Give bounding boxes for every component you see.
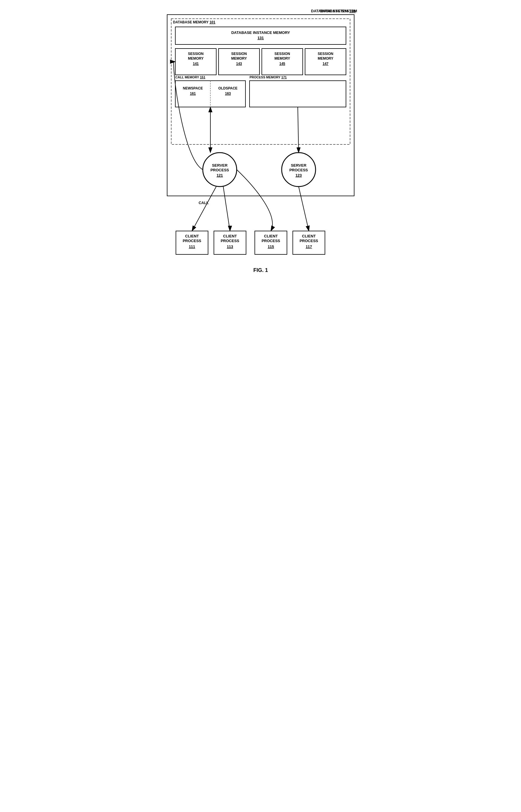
svg-text:115: 115: [268, 244, 274, 249]
svg-text:121: 121: [217, 173, 223, 177]
svg-line-50: [223, 186, 230, 231]
svg-text:PROCESS: PROCESS: [289, 168, 308, 172]
svg-text:123: 123: [295, 173, 302, 177]
svg-text:CALL MEMORY 151: CALL MEMORY 151: [175, 75, 205, 79]
svg-text:MEMORY: MEMORY: [274, 57, 290, 61]
svg-text:147: 147: [322, 62, 328, 66]
svg-text:CLIENT: CLIENT: [223, 234, 237, 238]
svg-text:143: 143: [236, 62, 242, 66]
svg-text:SESSION: SESSION: [188, 52, 203, 56]
svg-text:SESSION: SESSION: [231, 52, 247, 56]
svg-text:PROCESS: PROCESS: [221, 239, 239, 243]
svg-text:CLIENT: CLIENT: [264, 234, 278, 238]
svg-text:SESSION: SESSION: [318, 52, 333, 56]
svg-text:CLIENT: CLIENT: [302, 234, 316, 238]
svg-text:NEWSPACE: NEWSPACE: [183, 86, 203, 90]
svg-rect-36: [250, 81, 346, 107]
svg-text:PROCESS: PROCESS: [262, 239, 280, 243]
svg-text:DATABASE SYSTEM 100: DATABASE SYSTEM 100: [311, 9, 356, 13]
svg-text:131: 131: [257, 36, 264, 40]
svg-text:SERVER: SERVER: [291, 163, 307, 168]
svg-text:OLDSPACE: OLDSPACE: [218, 86, 237, 90]
svg-text:MEMORY: MEMORY: [231, 57, 247, 61]
svg-text:DATABASE INSTANCE MEMORY: DATABASE INSTANCE MEMORY: [231, 30, 290, 35]
svg-text:SESSION: SESSION: [274, 52, 290, 56]
svg-line-52: [299, 186, 309, 231]
svg-text:SERVER: SERVER: [212, 163, 228, 168]
svg-text:111: 111: [189, 244, 195, 249]
svg-text:117: 117: [305, 244, 312, 249]
svg-text:PROCESS MEMORY 171: PROCESS MEMORY 171: [250, 75, 287, 79]
svg-line-46: [298, 107, 299, 153]
svg-text:PROCESS: PROCESS: [210, 168, 229, 172]
svg-text:FIG. 1: FIG. 1: [253, 267, 268, 273]
svg-text:113: 113: [227, 244, 233, 249]
svg-text:DATABASE MEMORY 101: DATABASE MEMORY 101: [173, 20, 216, 24]
svg-rect-6: [167, 15, 354, 196]
svg-line-49: [192, 186, 216, 231]
svg-text:163: 163: [225, 91, 230, 95]
svg-text:CLIENT: CLIENT: [185, 234, 199, 238]
svg-text:145: 145: [279, 62, 285, 66]
svg-text:161: 161: [190, 91, 196, 95]
svg-text:MEMORY: MEMORY: [318, 57, 333, 61]
svg-text:PROCESS: PROCESS: [299, 239, 318, 243]
svg-text:PROCESS: PROCESS: [183, 239, 201, 243]
svg-text:141: 141: [192, 62, 198, 66]
svg-text:MEMORY: MEMORY: [188, 57, 204, 61]
